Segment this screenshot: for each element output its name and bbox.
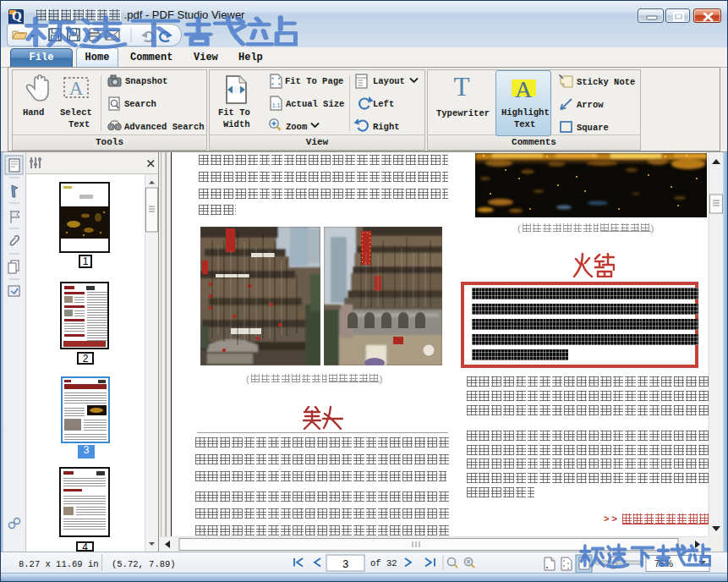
- svg-text:1:1: 1:1: [272, 102, 281, 108]
- svg-text:A: A: [515, 76, 533, 102]
- svg-text:T: T: [454, 72, 470, 102]
- svg-text:A: A: [69, 78, 84, 99]
